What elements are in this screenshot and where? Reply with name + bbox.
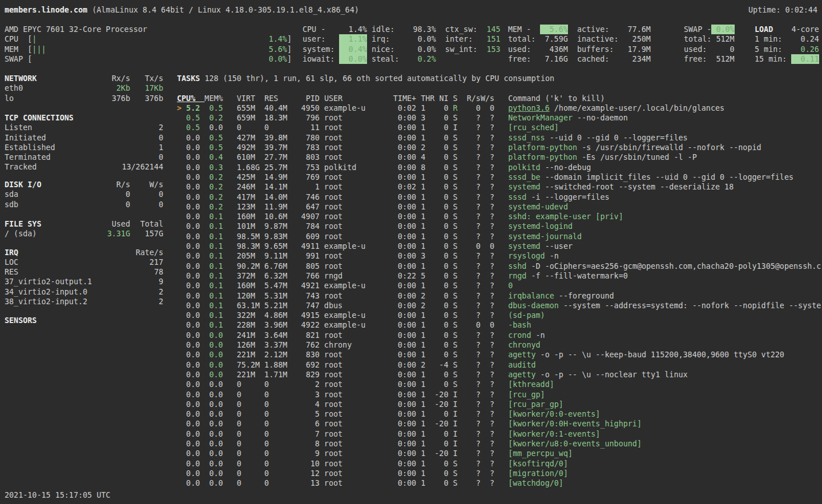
glances-terminal[interactable]: members.linode.com (AlmaLinux 8.4 64bit … xyxy=(0,0,822,504)
process-row: 0.0 0.0 241M3.64M821 root0:00 10 S ?? cr… xyxy=(177,330,822,340)
cell-virt: 221M xyxy=(237,350,264,360)
cpu-stat-cell: 0.0% xyxy=(339,54,366,64)
cell-rs: ? xyxy=(467,163,481,172)
cell-ni: 0 xyxy=(434,232,448,241)
cell-rs: ? xyxy=(467,350,481,360)
spacer xyxy=(448,291,453,301)
spacer xyxy=(223,291,237,301)
process-row: 0.0 0.1 322M4.86M4915 example-u0:00 10 S… xyxy=(177,311,822,320)
cpu-stat-line: system:0.4% nice:0.0% sw_int:153 xyxy=(303,45,501,54)
spacer xyxy=(448,439,453,449)
cell-ni: 0 xyxy=(434,103,448,113)
cell-mem: 0.0 xyxy=(204,370,223,380)
cell-cpu: 0.0 xyxy=(182,221,200,231)
spacer xyxy=(494,133,508,143)
column-cpu: CPU% xyxy=(177,94,204,103)
bar-fill: ||| xyxy=(32,45,268,54)
spacer xyxy=(458,182,467,192)
mem-stat-cell: 5.6% xyxy=(540,25,567,34)
bracket-open-icon: [ xyxy=(27,54,32,64)
cell-user: root xyxy=(324,330,370,340)
cell-res: 25.7M xyxy=(264,163,292,172)
bar-percent: 0.0% xyxy=(269,54,287,64)
cell-time: 0:00 xyxy=(370,370,416,380)
spacer xyxy=(568,45,577,54)
cell-thr: 1 xyxy=(421,409,434,419)
cell-thr: 3 xyxy=(421,251,434,261)
section-title: NETWORK xyxy=(5,74,37,83)
spacer xyxy=(200,469,204,478)
cell-virt: 322M xyxy=(237,311,264,320)
cell-ws: ? xyxy=(481,409,494,419)
cell-mem: 0.2 xyxy=(204,113,223,123)
spacer xyxy=(416,429,421,439)
spacer xyxy=(416,182,421,192)
cell-ni: 0 xyxy=(434,291,448,301)
spacer xyxy=(416,301,421,311)
spacer xyxy=(200,241,204,251)
spacer xyxy=(200,429,204,439)
cell-res: 14.9M xyxy=(264,172,292,182)
hostname: members.linode.com xyxy=(5,6,87,14)
cell-rs: ? xyxy=(467,419,481,429)
cell-cpu: 0.0 xyxy=(182,380,200,389)
spacer xyxy=(416,202,421,212)
quicklook-bar-cpu: CPU[|1.4%] xyxy=(5,34,292,44)
spacer xyxy=(448,202,453,212)
cell-user: root xyxy=(324,123,370,132)
spacer xyxy=(320,221,324,231)
cell-pid: 4950 xyxy=(292,103,319,113)
cell-ws: ? xyxy=(481,350,494,360)
cell-pid: 5 xyxy=(292,409,319,419)
bar-label: SWAP xyxy=(5,54,27,64)
cell-mem: 0.2 xyxy=(204,192,223,202)
spacer xyxy=(320,311,324,320)
cell-mem: 0.0 xyxy=(204,330,223,340)
spacer xyxy=(458,429,467,439)
cell-thr: 8 xyxy=(421,163,434,172)
cpu-stat-cell: 153 xyxy=(482,45,500,54)
cpu-stat-line: CPU -1.4% idle:98.3% ctx_sw:145 xyxy=(303,25,501,34)
cell-res: 3.96M xyxy=(264,320,292,330)
cell-user: example-u xyxy=(324,320,370,330)
cell-rs: ? xyxy=(467,172,481,182)
cell-command-args: -o -p -- \u --keep-baud 115200,38400,960… xyxy=(536,350,784,359)
cell-rs: ? xyxy=(467,380,481,389)
cell-cpu: 5.2 xyxy=(182,103,200,113)
cell-thr: 1 xyxy=(421,182,434,192)
spacer xyxy=(200,202,204,212)
cell-res: 5.47M xyxy=(264,281,292,291)
spacer xyxy=(458,311,467,320)
spacer xyxy=(494,330,508,340)
cpu-stat-cell: idle: xyxy=(372,25,404,34)
cell-virt: 0 xyxy=(237,123,264,132)
spacer xyxy=(223,320,237,330)
load-stat-cell: 5 min: xyxy=(755,45,791,54)
cell-ws: ? xyxy=(481,449,494,458)
cell-cpu: 0.0 xyxy=(182,271,200,281)
cell-thr: 1 xyxy=(421,261,434,271)
cell-ws: ? xyxy=(481,232,494,241)
cell-rs: ? xyxy=(467,221,481,231)
section-title: TCP CONNECTIONS xyxy=(5,114,74,122)
spacer xyxy=(200,478,204,488)
cell-pid: 821 xyxy=(292,330,319,340)
bracket-open-icon: [ xyxy=(27,34,32,44)
cell-thr: 1 xyxy=(421,221,434,231)
spacer xyxy=(494,370,508,380)
swap-stat-line: used:0 xyxy=(684,45,735,54)
spacer xyxy=(320,429,324,439)
cell-command-name: irqbalance xyxy=(508,292,554,300)
spacer xyxy=(416,469,421,478)
cell-mem: 0.0 xyxy=(204,350,223,360)
spacer xyxy=(458,360,467,370)
mem-stat-cell: active: xyxy=(577,25,623,34)
cell-virt: 0 xyxy=(237,409,264,419)
process-row: 0.0 0.0 126M3.37M762 chrony0:00 10 S ?? … xyxy=(177,340,822,350)
cell-command-name: systemd xyxy=(508,242,540,251)
cell-rs: 0 xyxy=(467,320,481,330)
title-bar: members.linode.com (AlmaLinux 8.4 64bit … xyxy=(5,5,817,15)
cell-pid: 10 xyxy=(292,459,319,469)
spacer xyxy=(200,103,204,113)
process-row: 0.0 0.1 90.2M6.76M805 root0:00 10 S ?? s… xyxy=(177,261,822,271)
